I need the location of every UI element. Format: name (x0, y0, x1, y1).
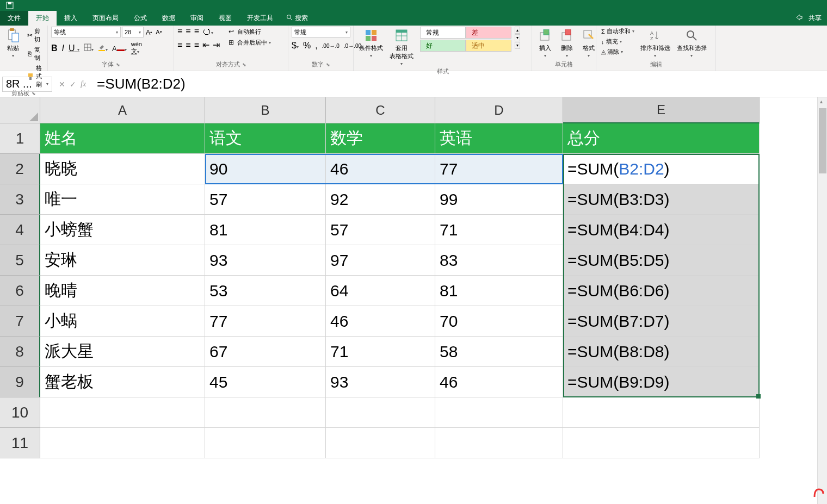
bold-button[interactable]: B (51, 43, 58, 53)
header-cell[interactable]: 总分 (563, 123, 760, 154)
cell[interactable] (326, 428, 435, 458)
row-header-6[interactable]: 6 (0, 276, 40, 306)
search-box[interactable]: 搜索 (286, 11, 308, 26)
cell[interactable]: 53 (205, 276, 326, 306)
style-normal[interactable]: 常规 (420, 27, 466, 39)
cell[interactable]: 81 (205, 215, 326, 245)
header-cell[interactable]: 英语 (435, 123, 563, 154)
cut-button[interactable]: ✂ 剪切 (25, 27, 45, 44)
header-cell[interactable]: 数学 (326, 123, 435, 154)
style-neutral[interactable]: 适中 (466, 40, 511, 52)
tab-review[interactable]: 审阅 (183, 11, 211, 26)
select-all-corner[interactable] (0, 97, 40, 123)
merge-center-button[interactable]: ⊞ 合并后居中 ▾ (225, 38, 273, 47)
sort-filter-button[interactable]: AZ 排序和筛选▾ (638, 27, 672, 59)
cell[interactable]: =SUM(B6:D6) (563, 276, 760, 306)
style-more-icon[interactable]: ▾ (515, 42, 520, 49)
cell[interactable]: 93 (205, 245, 326, 276)
row-header-2[interactable]: 2 (0, 154, 40, 184)
cell[interactable]: 小蜗 (40, 306, 205, 337)
fx-icon[interactable]: fx (81, 80, 86, 89)
cell[interactable] (40, 397, 205, 428)
clear-button[interactable]: ◬清除▾ (600, 47, 636, 57)
expand-icon[interactable]: ⬊ (242, 62, 246, 67)
border-button[interactable]: ▾ (84, 43, 94, 53)
cell[interactable]: 45 (205, 367, 326, 397)
tab-formulas[interactable]: 公式 (126, 11, 155, 26)
tab-file[interactable]: 文件 (0, 11, 28, 26)
align-center-icon[interactable]: ≡ (186, 40, 190, 50)
style-scroll-down-icon[interactable]: ▾ (515, 34, 520, 41)
comma-icon[interactable]: , (315, 41, 317, 51)
row-header-11[interactable]: 11 (0, 428, 40, 458)
conditional-format-button[interactable]: 条件格式▾ (357, 27, 385, 59)
cell[interactable] (563, 428, 760, 458)
increase-font-icon[interactable]: A▴ (145, 28, 153, 36)
row-header-7[interactable]: 7 (0, 306, 40, 337)
expand-icon[interactable]: ⬊ (326, 62, 330, 67)
cell[interactable]: 90 (205, 154, 326, 184)
row-header-8[interactable]: 8 (0, 337, 40, 367)
header-cell[interactable]: 姓名 (40, 123, 205, 154)
cell[interactable]: 46 (326, 306, 435, 337)
number-format-combo[interactable]: 常规▾ (292, 27, 350, 38)
cell[interactable]: 71 (435, 215, 563, 245)
decrease-font-icon[interactable]: A▾ (155, 28, 163, 36)
cell[interactable]: 81 (435, 276, 563, 306)
cell[interactable]: =SUM(B7:D7) (563, 306, 760, 337)
vertical-scrollbar[interactable]: ▴ (817, 97, 827, 504)
paste-button[interactable]: 粘贴 ▾ (3, 27, 23, 59)
cell[interactable] (205, 428, 326, 458)
cancel-formula-icon[interactable]: ✕ (59, 80, 65, 89)
cell[interactable]: 83 (435, 245, 563, 276)
col-header-B[interactable]: B (205, 97, 326, 123)
cell[interactable]: 46 (435, 367, 563, 397)
align-middle-icon[interactable]: ≡ (186, 27, 190, 36)
indent-increase-icon[interactable]: ⇥ (213, 40, 220, 50)
cell[interactable]: 57 (326, 215, 435, 245)
indent-decrease-icon[interactable]: ⇤ (202, 40, 209, 50)
cell[interactable]: 93 (326, 367, 435, 397)
cell[interactable]: 派大星 (40, 337, 205, 367)
cell[interactable]: 77 (205, 306, 326, 337)
cell[interactable]: 唯一 (40, 184, 205, 215)
font-color-button[interactable]: A▾ (112, 43, 127, 53)
cell[interactable]: 64 (326, 276, 435, 306)
table-format-button[interactable]: 套用 表格格式▾ (387, 27, 416, 67)
style-bad[interactable]: 差 (466, 27, 511, 39)
currency-icon[interactable]: $▾ (292, 41, 299, 51)
tab-home[interactable]: 开始 (28, 11, 57, 26)
cell[interactable]: 晚晴 (40, 276, 205, 306)
increase-decimal-icon[interactable]: .00→.0 (322, 43, 340, 49)
insert-cells-button[interactable]: 插入▾ (535, 27, 555, 59)
cell[interactable] (435, 428, 563, 458)
share-icon[interactable] (795, 14, 803, 23)
align-top-icon[interactable]: ≡ (177, 27, 182, 36)
autosum-button[interactable]: Σ自动求和▾ (600, 27, 636, 36)
cell[interactable]: 蟹老板 (40, 367, 205, 397)
row-header-9[interactable]: 9 (0, 367, 40, 397)
fill-color-button[interactable]: ▾ (98, 43, 108, 53)
cell[interactable]: 安琳 (40, 245, 205, 276)
header-cell[interactable]: 语文 (205, 123, 326, 154)
percent-icon[interactable]: % (303, 41, 311, 51)
cell[interactable]: =SUM(B2:D2) (563, 154, 760, 184)
col-header-D[interactable]: D (435, 97, 563, 123)
tab-view[interactable]: 视图 (211, 11, 239, 26)
align-left-icon[interactable]: ≡ (177, 40, 182, 50)
cell[interactable]: 71 (326, 337, 435, 367)
cell[interactable] (205, 397, 326, 428)
cell[interactable]: 46 (326, 154, 435, 184)
cell[interactable]: 97 (326, 245, 435, 276)
scroll-up-icon[interactable]: ▴ (820, 98, 823, 104)
share-label[interactable]: 共享 (809, 14, 822, 23)
font-size-combo[interactable]: 28▾ (122, 27, 144, 38)
tab-data[interactable]: 数据 (155, 11, 183, 26)
find-select-button[interactable]: 查找和选择▾ (675, 27, 709, 59)
cell[interactable]: 57 (205, 184, 326, 215)
align-bottom-icon[interactable]: ≡ (194, 27, 199, 36)
row-header-5[interactable]: 5 (0, 245, 40, 276)
col-header-C[interactable]: C (326, 97, 435, 123)
cell[interactable]: 晓晓 (40, 154, 205, 184)
wrap-text-button[interactable]: ↩ 自动换行 (225, 27, 273, 36)
